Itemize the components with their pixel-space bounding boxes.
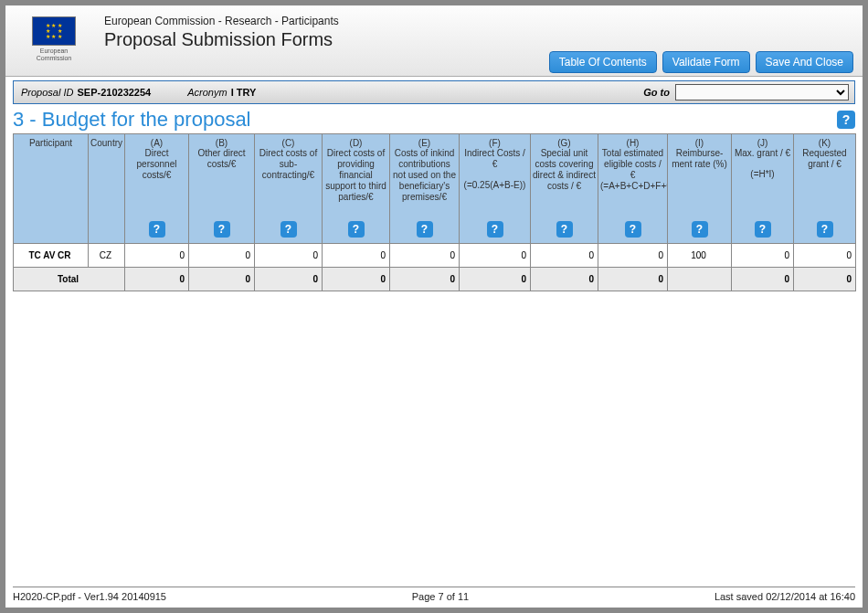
help-icon-D[interactable]: ? xyxy=(348,221,365,238)
total-A: 0 xyxy=(125,268,189,291)
total-D: 0 xyxy=(323,268,390,291)
col-country: Country xyxy=(89,134,125,244)
header-bar: ★ ★ ★★ ★★ ★ ★ EuropeanCommission Europea… xyxy=(5,5,863,77)
help-icon-I[interactable]: ? xyxy=(692,221,708,238)
header-title: Proposal Submission Forms xyxy=(104,29,339,50)
col-participant: Participant xyxy=(14,134,89,244)
col-G: (G)Special unit costs covering direct & … xyxy=(531,134,598,244)
help-icon-J[interactable]: ? xyxy=(755,221,771,238)
cell-J: 0 xyxy=(732,244,794,268)
footer: H2020-CP.pdf - Ver1.94 20140915 Page 7 o… xyxy=(13,587,855,602)
help-icon-K[interactable]: ? xyxy=(817,221,833,238)
footer-left: H2020-CP.pdf - Ver1.94 20140915 xyxy=(13,591,166,602)
save-close-button[interactable]: Save And Close xyxy=(756,51,853,73)
help-icon-G[interactable]: ? xyxy=(556,221,573,238)
cell-F: 0 xyxy=(460,244,531,268)
col-K: (K)Requested grant / €? xyxy=(794,134,856,244)
cell-I: 100 xyxy=(668,244,732,268)
cell-B[interactable]: 0 xyxy=(189,244,255,268)
cell-A[interactable]: 0 xyxy=(125,244,189,268)
help-icon-H[interactable]: ? xyxy=(625,221,641,238)
cell-K[interactable]: 0 xyxy=(794,244,856,268)
total-E: 0 xyxy=(390,268,460,291)
proposal-id-value: SEP-210232254 xyxy=(77,87,151,98)
acronym-value: I TRY xyxy=(231,87,257,98)
total-row: Total 0 0 0 0 0 0 0 0 0 0 xyxy=(14,268,856,291)
info-bar: Proposal ID SEP-210232254 Acronym I TRY … xyxy=(13,80,855,104)
col-J: (J)Max. grant / €(=H*I)? xyxy=(732,134,794,244)
section-help-icon[interactable]: ? xyxy=(837,111,855,129)
total-G: 0 xyxy=(531,268,598,291)
cell-H: 0 xyxy=(598,244,668,268)
goto-select[interactable] xyxy=(675,84,849,100)
help-icon-B[interactable]: ? xyxy=(214,221,230,238)
col-I: (I)Reimburse-ment rate (%)? xyxy=(668,134,732,244)
col-B: (B)Other direct costs/€? xyxy=(189,134,255,244)
col-F: (F)Indirect Costs / €(=0.25(A+B-E))? xyxy=(460,134,531,244)
help-icon-A[interactable]: ? xyxy=(149,221,165,238)
col-D: (D)Direct costs of providing financial s… xyxy=(323,134,390,244)
cell-country: CZ xyxy=(89,244,125,268)
ec-logo: ★ ★ ★★ ★★ ★ ★ EuropeanCommission xyxy=(13,11,95,62)
section-title: 3 - Budget for the proposal xyxy=(13,108,251,132)
cell-D[interactable]: 0 xyxy=(323,244,390,268)
total-C: 0 xyxy=(255,268,323,291)
budget-table: Participant Country (A)Direct personnel … xyxy=(13,133,856,291)
help-icon-E[interactable]: ? xyxy=(417,221,433,238)
footer-right: Last saved 02/12/2014 at 16:40 xyxy=(715,591,855,602)
acronym-label: Acronym xyxy=(187,87,227,98)
table-row: TC AV CR CZ 0 0 0 0 0 0 0 0 100 0 0 xyxy=(14,244,856,268)
col-H: (H)Total estimated eligible costs / €(=A… xyxy=(598,134,668,244)
eu-flag-icon: ★ ★ ★★ ★★ ★ ★ xyxy=(32,16,76,46)
help-icon-C[interactable]: ? xyxy=(281,221,297,238)
cell-participant: TC AV CR xyxy=(14,244,89,268)
total-F: 0 xyxy=(460,268,531,291)
col-C: (C)Direct costs of sub-contracting/€? xyxy=(255,134,323,244)
total-J: 0 xyxy=(732,268,794,291)
col-E: (E)Costs of inkind contributions not use… xyxy=(390,134,460,244)
header-subtitle: European Commission - Research - Partici… xyxy=(104,15,339,27)
cell-E[interactable]: 0 xyxy=(390,244,460,268)
total-I-blank xyxy=(668,268,732,291)
proposal-id-label: Proposal ID xyxy=(21,87,73,98)
cell-G[interactable]: 0 xyxy=(531,244,598,268)
total-B: 0 xyxy=(189,268,255,291)
help-icon-F[interactable]: ? xyxy=(487,221,503,238)
cell-C[interactable]: 0 xyxy=(255,244,323,268)
goto-label: Go to xyxy=(643,87,670,98)
col-A: (A)Direct personnel costs/€? xyxy=(125,134,189,244)
toc-button[interactable]: Table Of Contents xyxy=(549,51,657,73)
validate-button[interactable]: Validate Form xyxy=(662,51,750,73)
total-K: 0 xyxy=(794,268,856,291)
total-H: 0 xyxy=(598,268,668,291)
total-label: Total xyxy=(14,268,125,291)
footer-center: Page 7 of 11 xyxy=(412,591,469,602)
